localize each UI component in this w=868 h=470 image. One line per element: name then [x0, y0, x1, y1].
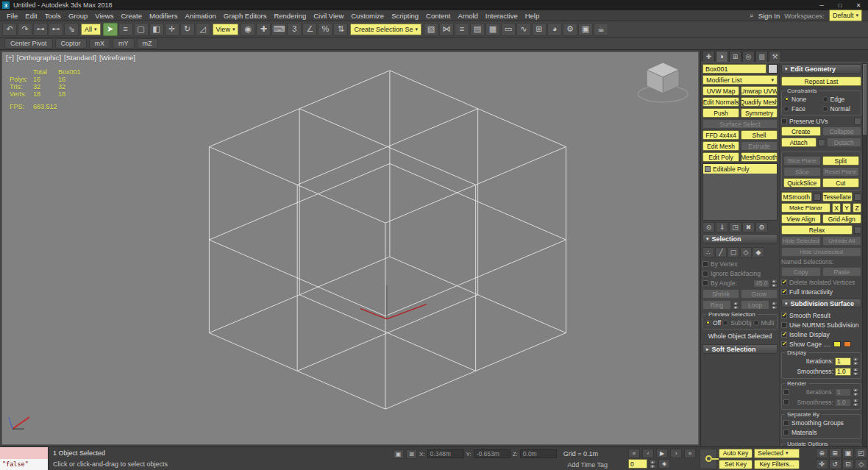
scrollbar-thumb[interactable]	[863, 64, 867, 135]
auto-key-button[interactable]: Auto Key	[719, 449, 753, 458]
render-setup-icon[interactable]: ⚙	[563, 23, 577, 36]
quickslice-button[interactable]: QuickSlice	[783, 178, 821, 188]
viewport-shading-menu[interactable]: [Wireframe]	[99, 54, 135, 62]
isolate-selection-toggle-icon[interactable]: ▣	[393, 449, 404, 459]
modifier-button[interactable]: UVW Map	[702, 86, 739, 96]
menu-item[interactable]: Arnold	[454, 10, 481, 21]
viewport-general-menu[interactable]: [+]	[6, 54, 14, 62]
close-button[interactable]: ✕	[851, 1, 866, 10]
selection-lock-toggle-icon[interactable]: ⊠	[406, 449, 417, 459]
configure-modifier-sets-icon[interactable]: ⚙	[755, 222, 768, 232]
tab-modify[interactable]: ◗	[716, 51, 728, 62]
make-planar-y-button[interactable]: Y	[842, 203, 851, 213]
command-panel-scrollbar[interactable]	[862, 63, 867, 446]
set-key-button[interactable]: Set Key	[719, 460, 753, 469]
mirror-icon[interactable]: ⋈	[439, 23, 454, 36]
grid-align-button[interactable]: Grid Align	[822, 214, 862, 224]
menu-item[interactable]: Interactive	[482, 10, 522, 21]
pan-icon[interactable]: ✜	[816, 459, 828, 469]
edge-mode-icon[interactable]: ╱	[715, 247, 727, 257]
add-time-tag-button[interactable]: Add Time Tag	[567, 461, 608, 469]
preview-multi-radio[interactable]: Multi	[753, 318, 775, 327]
display-smoothness-spinner[interactable]	[853, 367, 859, 376]
toggle-layer-explorer-icon[interactable]: ▦	[485, 23, 500, 36]
macro-recorder-pane[interactable]	[0, 447, 48, 459]
tab-create[interactable]: ✚	[702, 51, 715, 62]
redo-icon[interactable]: ↷	[18, 23, 32, 36]
menu-item[interactable]: Civil View	[310, 10, 347, 21]
view-align-button[interactable]: View Align	[781, 214, 821, 224]
menu-item[interactable]: Modifiers	[146, 10, 182, 21]
maximize-viewport-icon[interactable]: ⊡	[842, 459, 855, 469]
select-and-manipulate-icon[interactable]: ✚	[256, 23, 271, 36]
modifier-button[interactable]: Quadify Mesh	[741, 97, 778, 107]
coordinate-x-field[interactable]: 0.348m	[427, 449, 464, 458]
display-iterations-spinner[interactable]	[853, 357, 859, 366]
menu-item[interactable]: Create	[117, 10, 146, 21]
modifier-list-dropdown[interactable]: Modifier List	[702, 75, 778, 85]
render-iterations-checkbox[interactable]	[783, 389, 789, 395]
constraint-radio[interactable]: None	[783, 95, 821, 103]
set-key-mode-button[interactable]	[700, 449, 717, 469]
preserve-uvs-checkbox[interactable]: Preserve UVs	[781, 117, 853, 125]
cage-selected-color-swatch[interactable]	[844, 341, 851, 347]
percent-snap-toggle-icon[interactable]: %	[318, 23, 332, 36]
msmooth-settings-button[interactable]	[814, 193, 821, 201]
attach-button[interactable]: Attach	[781, 138, 817, 147]
field-of-view-icon[interactable]: ◇	[855, 459, 867, 469]
key-mode-dropdown[interactable]: Selected	[754, 449, 800, 458]
select-and-rotate-icon[interactable]: ↻	[180, 23, 195, 36]
select-object-icon[interactable]: ➤	[103, 23, 118, 36]
create-button[interactable]: Create	[781, 127, 821, 136]
by-angle-checkbox[interactable]: By Angle:	[702, 279, 752, 288]
transform-gizmo[interactable]	[360, 285, 427, 319]
vertex-mode-icon[interactable]: ∴	[702, 247, 714, 257]
tab-hierarchy[interactable]: ⊞	[729, 51, 741, 62]
modifier-stack[interactable]: Editable Poly	[702, 163, 778, 221]
modifier-button[interactable]: Symmetry	[741, 108, 778, 118]
constraint-radio[interactable]: Edge	[822, 95, 860, 103]
menu-item[interactable]: Rendering	[270, 10, 310, 21]
subdivision-checkbox[interactable]: Show Cage ....	[781, 340, 861, 348]
element-mode-icon[interactable]: ◆	[753, 247, 764, 257]
menu-item[interactable]: Group	[65, 10, 91, 21]
remove-modifier-icon[interactable]: ✖	[742, 222, 755, 232]
separate-by-checkbox[interactable]: Materials	[783, 428, 859, 436]
align-icon[interactable]: ≡	[455, 23, 469, 36]
stack-item[interactable]: Editable Poly	[703, 164, 777, 174]
rectangular-selection-region-icon[interactable]: ▢	[134, 23, 149, 36]
maximize-button[interactable]: □	[833, 1, 847, 10]
select-and-scale-icon[interactable]: ◿	[196, 23, 210, 36]
angle-snap-toggle-icon[interactable]: ∠	[302, 23, 317, 36]
select-and-link-icon[interactable]: ⊶	[33, 23, 48, 36]
tessellate-settings-button[interactable]	[854, 193, 861, 201]
snaps-toggle-3d-icon[interactable]: 3	[287, 23, 302, 36]
modifier-button[interactable]: Edit Mesh	[702, 141, 739, 151]
key-filters-button[interactable]: Key Filters...	[754, 460, 800, 469]
custom-toolbar-button[interactable]: mZ	[137, 38, 158, 49]
attach-settings-button[interactable]	[818, 139, 825, 146]
relax-button[interactable]: Relax	[781, 225, 853, 235]
current-frame-spinner[interactable]	[650, 460, 656, 469]
full-interactivity-checkbox[interactable]: Full Interactivity	[781, 288, 861, 296]
viewport-standard-menu[interactable]: [Standard]	[64, 54, 96, 62]
modifier-button[interactable]: Edit Poly	[702, 152, 739, 162]
cut-button[interactable]: Cut	[822, 178, 860, 188]
viewport-pov-menu[interactable]: [Orthographic]	[17, 54, 61, 62]
modifier-button[interactable]: Edit Normals	[702, 97, 739, 107]
tessellate-button[interactable]: Tessellate	[822, 192, 853, 202]
border-mode-icon[interactable]: ▢	[728, 247, 739, 257]
display-iterations-field[interactable]: 1	[835, 357, 851, 366]
toggle-scene-explorer-icon[interactable]: ▤	[470, 23, 485, 36]
custom-toolbar-button[interactable]: mY	[113, 38, 135, 49]
pin-stack-icon[interactable]: ⊙	[702, 222, 715, 232]
tab-display[interactable]: ▥	[755, 51, 768, 62]
zoom-all-icon[interactable]: ⊞	[829, 448, 842, 458]
make-planar-x-button[interactable]: X	[832, 203, 841, 213]
material-editor-icon[interactable]: ◕	[547, 23, 562, 36]
menu-item[interactable]: Tools	[41, 10, 65, 21]
render-production-icon[interactable]: ☕	[594, 23, 608, 36]
make-planar-z-button[interactable]: Z	[853, 203, 861, 213]
undo-icon[interactable]: ↶	[2, 23, 17, 36]
custom-toolbar-button[interactable]: Coptor	[55, 38, 87, 49]
